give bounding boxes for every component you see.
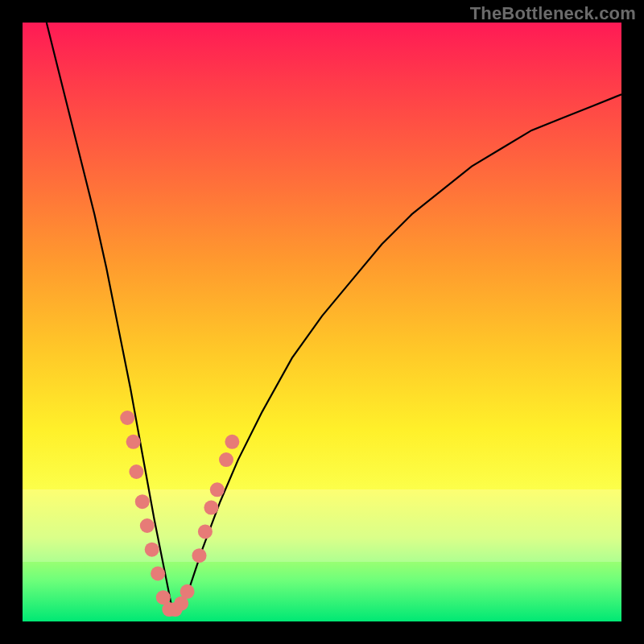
marker-dot xyxy=(225,435,239,449)
marker-dot xyxy=(145,543,159,557)
marker-dot xyxy=(140,518,155,533)
marker-dots xyxy=(120,411,239,617)
marker-dot xyxy=(219,452,233,467)
marker-dot xyxy=(180,584,195,599)
marker-dot xyxy=(129,464,143,479)
bottleneck-curve xyxy=(47,23,621,609)
marker-dot xyxy=(192,548,207,563)
marker-dot xyxy=(151,567,165,581)
marker-dot xyxy=(210,482,225,497)
plot-area xyxy=(23,23,621,621)
marker-dot xyxy=(204,501,218,515)
marker-dot xyxy=(126,435,141,449)
marker-dot xyxy=(198,524,213,539)
marker-dot xyxy=(120,411,134,425)
marker-dot xyxy=(135,494,150,509)
chart-svg xyxy=(23,23,621,621)
attribution-label: TheBottleneck.com xyxy=(470,3,636,24)
outer-frame: TheBottleneck.com xyxy=(0,0,644,644)
